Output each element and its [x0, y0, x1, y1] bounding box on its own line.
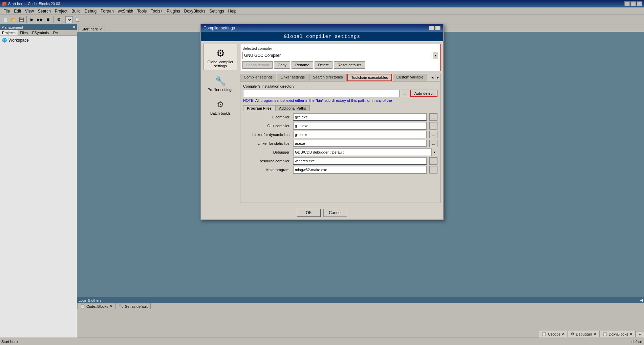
sub-tab-program-files[interactable]: Program Files: [243, 105, 275, 111]
cpp-compiler-row: C++ compiler: ...: [243, 122, 437, 130]
install-dir-label: Compiler's installation directory: [243, 84, 437, 88]
dialog-overlay: Compiler settings □ ✕ Global compiler se…: [0, 0, 644, 345]
sidebar-batch-label: Batch builds: [210, 111, 231, 115]
sidebar-profiler-label: Profiler settings: [208, 88, 233, 92]
linker-dynamic-browse[interactable]: ...: [429, 131, 437, 138]
tab-nav-right[interactable]: ▶: [435, 74, 441, 81]
linker-static-row: Linker for static libs: ...: [243, 140, 437, 147]
dialog-body: ⚙ Global compiler settings 🔧 Profiler se…: [201, 41, 443, 206]
bottom-tab-label-debugger: Debugger: [576, 332, 592, 336]
global-compiler-icon: ⚙: [214, 46, 227, 60]
resource-compiler-row: Resource compiler: ...: [243, 157, 437, 165]
bottom-tab-label-cscope: Cscope: [548, 332, 560, 336]
debugger-dropdown-wrapper: GDB/CDB debugger : Default ▼: [293, 148, 437, 156]
dialog-window-title: Compiler settings: [203, 26, 235, 30]
dialog-title-controls[interactable]: □ ✕: [429, 26, 441, 30]
sidebar-global-compiler[interactable]: ⚙ Global compiler settings: [203, 44, 237, 70]
c-compiler-label: C compiler:: [243, 115, 291, 119]
install-dir-section: Compiler's installation directory ... Au…: [243, 84, 437, 102]
compiler-select-label: Selected compiler: [242, 46, 438, 50]
batch-icon: ⚙: [214, 98, 227, 111]
cscope-icon: 📋: [542, 332, 546, 336]
ok-button[interactable]: OK: [297, 209, 321, 217]
debugger-icon: ⚙: [571, 332, 574, 336]
autodetect-button[interactable]: Auto-detect: [410, 90, 437, 97]
linker-static-input[interactable]: [293, 140, 427, 147]
note-text: NOTE: All programs must exist either in …: [243, 98, 437, 102]
compiler-select-section: Selected compiler GNU GCC Compiler ▼ Set…: [240, 44, 441, 71]
make-program-label: Make program:: [243, 168, 291, 172]
sidebar-profiler[interactable]: 🔧 Profiler settings: [203, 72, 237, 94]
linker-static-browse[interactable]: ...: [429, 140, 437, 147]
copy-button[interactable]: Copy: [274, 61, 290, 69]
tab-search-directories[interactable]: Search directories: [309, 74, 347, 81]
set-as-default-button[interactable]: Set as default: [242, 61, 273, 69]
program-files-form: C compiler: ... C++ compiler: ...: [243, 113, 437, 174]
debugger-label: Debugger:: [243, 150, 291, 154]
linker-dynamic-row: Linker for dynamic libs: ...: [243, 131, 437, 138]
c-compiler-input[interactable]: [293, 113, 427, 121]
install-dir-row: ... Auto-detect: [243, 90, 437, 97]
doxyblocks-icon: 📋: [603, 332, 607, 336]
linker-dynamic-label: Linker for dynamic libs:: [243, 133, 291, 137]
c-compiler-browse[interactable]: ...: [429, 113, 437, 121]
c-compiler-row: C compiler: ...: [243, 113, 437, 121]
bottom-tab-label-doxyblocks: DoxyBlocks: [609, 332, 628, 336]
debugger-row: Debugger: GDB/CDB debugger : Default ▼: [243, 148, 437, 156]
compiler-dropdown[interactable]: GNU GCC Compiler: [242, 52, 431, 59]
tab-compiler-settings[interactable]: Compiler settings: [240, 74, 276, 81]
cpp-compiler-label: C++ compiler:: [243, 124, 291, 128]
resource-compiler-label: Resource compiler:: [243, 159, 291, 163]
cpp-compiler-browse[interactable]: ...: [429, 122, 437, 130]
reset-defaults-button[interactable]: Reset defaults: [334, 61, 365, 69]
tab-toolchain-executables[interactable]: Toolchain executables: [347, 74, 392, 81]
make-program-row: Make program: ...: [243, 166, 437, 174]
make-program-browse[interactable]: ...: [429, 166, 437, 174]
install-dir-input[interactable]: [243, 90, 400, 97]
sub-tabs: Program Files Additional Paths: [243, 105, 437, 111]
settings-content: Compiler's installation directory ... Au…: [240, 81, 441, 203]
dialog-minimize-button[interactable]: □: [429, 26, 434, 30]
make-program-input[interactable]: [293, 166, 427, 174]
dialog-title-bar: Compiler settings □ ✕: [201, 24, 443, 32]
sidebar-batch[interactable]: ⚙ Batch builds: [203, 95, 237, 118]
settings-tabs-row: Compiler settings Linker settings Search…: [240, 74, 441, 81]
dialog-main-title: Global compiler settings: [284, 34, 360, 39]
dialog-sidebar: ⚙ Global compiler settings 🔧 Profiler se…: [203, 44, 237, 203]
settings-tabs: Compiler settings Linker settings Search…: [240, 74, 430, 81]
f-tab-label: F: [639, 332, 641, 336]
compiler-dropdown-row: GNU GCC Compiler ▼: [242, 52, 438, 59]
dialog-footer: OK Cancel: [201, 206, 443, 220]
tab-custom-variable[interactable]: Custom variable: [393, 74, 427, 81]
linker-dynamic-input[interactable]: [293, 131, 427, 138]
rename-button[interactable]: Rename: [292, 61, 313, 69]
sub-tab-additional-paths[interactable]: Additional Paths: [275, 105, 310, 111]
cpp-compiler-input[interactable]: [293, 122, 427, 130]
compiler-dropdown-arrow[interactable]: ▼: [433, 52, 438, 59]
resource-compiler-input[interactable]: [293, 157, 427, 165]
dialog-close-button[interactable]: ✕: [435, 26, 441, 30]
install-dir-browse-button[interactable]: ...: [401, 90, 409, 97]
profiler-icon: 🔧: [214, 74, 227, 88]
bottom-tab-f[interactable]: F: [636, 331, 644, 337]
tab-nav-left[interactable]: ◀: [430, 74, 435, 81]
bottom-tab-doxyblocks[interactable]: 📋 DoxyBlocks ✕: [600, 331, 636, 337]
debugger-dropdown[interactable]: GDB/CDB debugger : Default: [293, 148, 437, 156]
compiler-btn-row: Set as default Copy Rename Delete Reset …: [242, 61, 438, 69]
right-bottom-tabs: 📋 Cscope ✕ ⚙ Debugger ✕ 📋 DoxyBlocks ✕ F: [539, 330, 644, 338]
bottom-tab-debugger[interactable]: ⚙ Debugger ✕: [568, 331, 599, 337]
compiler-settings-dialog: Compiler settings □ ✕ Global compiler se…: [200, 24, 444, 220]
bottom-tab-cscope[interactable]: 📋 Cscope ✕: [539, 331, 568, 337]
delete-button[interactable]: Delete: [315, 61, 333, 69]
dialog-right: Selected compiler GNU GCC Compiler ▼ Set…: [240, 44, 441, 203]
sidebar-global-label: Global compiler settings: [205, 60, 236, 68]
dialog-inner-title: Global compiler settings: [201, 32, 443, 41]
tab-linker-settings[interactable]: Linker settings: [277, 74, 308, 81]
resource-compiler-browse[interactable]: ...: [429, 157, 437, 165]
linker-static-label: Linker for static libs:: [243, 141, 291, 145]
cancel-button[interactable]: Cancel: [323, 209, 347, 217]
